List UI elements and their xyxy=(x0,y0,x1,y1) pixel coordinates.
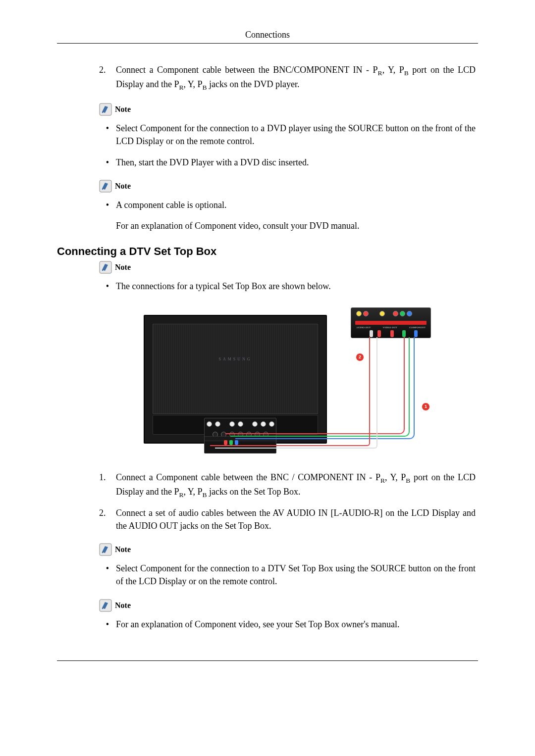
stb-audio-jacks xyxy=(356,311,369,316)
cable-audio-l xyxy=(215,337,377,449)
note-label: Note xyxy=(115,545,131,554)
note-icon xyxy=(99,543,112,556)
note-heading: Note xyxy=(99,261,476,274)
note-label: Note xyxy=(115,263,131,272)
step-text: Connect a set of audio cables between th… xyxy=(116,506,476,532)
plug-icon xyxy=(390,330,394,337)
bullet-icon: • xyxy=(99,618,116,631)
divider-top xyxy=(57,43,478,44)
note-label: Note xyxy=(115,105,131,114)
note-label: Note xyxy=(115,182,131,191)
plug-icon xyxy=(370,330,373,337)
note-icon xyxy=(99,599,112,612)
section-heading: Connecting a DTV Set Top Box xyxy=(57,245,476,258)
note2-extra: For an explanation of Component video, c… xyxy=(116,219,476,232)
svg-point-1 xyxy=(102,112,103,113)
note3-list: •The connections for a typical Set Top B… xyxy=(99,280,476,293)
stb-jacks xyxy=(356,311,412,316)
list-item: •A component cable is optional. xyxy=(99,199,476,211)
note2-list: •A component cable is optional. xyxy=(99,199,476,211)
plug-icon xyxy=(229,440,233,445)
step-number: 1. xyxy=(99,471,116,500)
diagram-canvas: AUDIO OUT VIDEO OUT COMPONENT SAMSUNG xyxy=(144,307,431,456)
plug-icon xyxy=(235,440,238,445)
note5-list: •For an explanation of Component video, … xyxy=(99,618,476,631)
stb-video-jack xyxy=(379,311,385,316)
callout-1: 1 xyxy=(422,403,430,411)
note-icon xyxy=(99,103,112,116)
bullet-icon: • xyxy=(99,280,116,293)
svg-point-3 xyxy=(102,188,103,189)
plug-icon xyxy=(377,330,381,337)
step-text: Connect a Component cable between the BN… xyxy=(116,471,476,500)
step-number: 2. xyxy=(99,63,116,92)
note-heading: Note xyxy=(99,599,476,612)
divider-bottom xyxy=(57,660,478,661)
list-item: 1. Connect a Component cable between the… xyxy=(99,471,476,500)
svg-point-7 xyxy=(102,552,103,553)
callout-2: 2 xyxy=(356,353,364,361)
bullet-icon: • xyxy=(99,156,116,169)
note-icon xyxy=(99,261,112,274)
step-list-top: 2. Connect a Component cable between the… xyxy=(99,63,476,92)
note-icon xyxy=(99,180,112,193)
list-item: •Select Component for the connection to … xyxy=(99,122,476,148)
note1-list: •Select Component for the connection to … xyxy=(99,122,476,168)
bullet-icon: • xyxy=(99,562,116,588)
stb-labels: AUDIO OUT VIDEO OUT COMPONENT xyxy=(356,326,426,329)
step-number: 2. xyxy=(99,506,116,532)
note-heading: Note xyxy=(99,180,476,193)
list-item: •The connections for a typical Set Top B… xyxy=(99,280,476,293)
svg-point-9 xyxy=(102,607,103,608)
list-item: •Then, start the DVD Player with a DVD d… xyxy=(99,156,476,169)
bullet-icon: • xyxy=(99,122,116,148)
list-item: 2. Connect a set of audio cables between… xyxy=(99,506,476,532)
list-item: •For an explanation of Component video, … xyxy=(99,618,476,631)
note-label: Note xyxy=(115,601,131,610)
note4-list: •Select Component for the connection to … xyxy=(99,562,476,588)
plug-icon xyxy=(224,440,227,445)
page-header-title: Connections xyxy=(57,30,478,40)
list-item: •Select Component for the connection to … xyxy=(99,562,476,588)
step-text: Connect a Component cable between the BN… xyxy=(116,63,476,92)
page: Connections 2. Connect a Component cable… xyxy=(0,0,535,756)
step-list-bottom: 1. Connect a Component cable between the… xyxy=(99,471,476,533)
stb-component-jacks xyxy=(393,311,412,316)
plug-icon xyxy=(402,330,406,337)
svg-point-5 xyxy=(102,270,103,271)
list-item: 2. Connect a Component cable between the… xyxy=(99,63,476,92)
content: 2. Connect a Component cable between the… xyxy=(57,63,478,631)
plug-icon xyxy=(414,330,418,337)
note-heading: Note xyxy=(99,103,476,116)
bullet-icon: • xyxy=(99,199,116,211)
note-heading: Note xyxy=(99,543,476,556)
connection-diagram: AUDIO OUT VIDEO OUT COMPONENT SAMSUNG xyxy=(144,307,431,456)
